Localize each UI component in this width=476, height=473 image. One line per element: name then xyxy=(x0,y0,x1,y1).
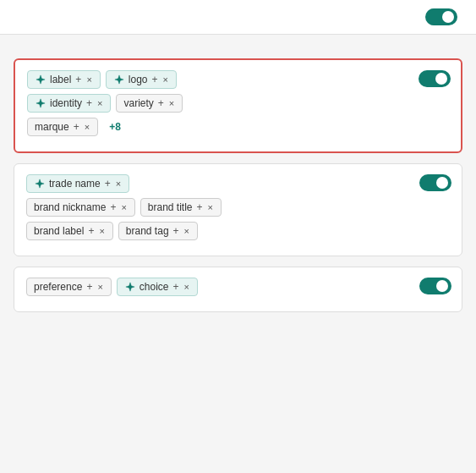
toggle-track[interactable] xyxy=(419,70,451,87)
tag-identity: identity + × xyxy=(27,94,111,113)
ai-icon xyxy=(35,74,47,85)
toggle-thumb xyxy=(436,177,448,189)
tag-label: variety xyxy=(123,97,153,109)
tag-plus[interactable]: + xyxy=(157,97,165,109)
tag-label: preference xyxy=(34,281,82,293)
tag-plus[interactable]: + xyxy=(109,201,117,213)
tag-plus[interactable]: + xyxy=(85,97,93,109)
tag-plus[interactable]: + xyxy=(87,225,95,237)
card-2-row-3: brand label + ×brand tag + × xyxy=(26,222,450,240)
tag-choice: choice + × xyxy=(117,278,198,296)
tag-close[interactable]: × xyxy=(85,74,92,85)
card-toggle-1[interactable] xyxy=(419,70,451,87)
tag-trade-name: trade name + × xyxy=(26,174,129,193)
tag-close[interactable]: × xyxy=(183,226,190,236)
ai-icon xyxy=(34,178,46,190)
tag-plus[interactable]: + xyxy=(172,225,180,237)
card-3: preference + × choice + × xyxy=(14,267,462,312)
tag-close[interactable]: × xyxy=(207,202,214,212)
tag-brand-nickname: brand nickname + × xyxy=(26,198,135,217)
tag-brand-title: brand title + × xyxy=(140,198,222,217)
tag-label: brand tag xyxy=(126,225,169,237)
top-toggle[interactable] xyxy=(425,8,462,25)
tag-plus[interactable]: + xyxy=(73,121,80,133)
tag-brand-label: brand label + × xyxy=(26,222,113,240)
tag-label: identity xyxy=(50,97,82,109)
more-badge[interactable]: +8 xyxy=(103,118,127,136)
tag-marque: marque + × xyxy=(27,118,98,136)
tag-close[interactable]: × xyxy=(168,98,175,108)
tag-plus[interactable]: + xyxy=(85,281,93,293)
toggle-track[interactable] xyxy=(419,174,451,191)
card-1-row-1: label + × logo + × xyxy=(27,70,449,89)
ai-icon xyxy=(35,97,47,109)
card-1: label + × logo + × identity + ×variety +… xyxy=(14,58,462,153)
tag-plus[interactable]: + xyxy=(104,178,112,190)
tag-label: trade name xyxy=(49,178,101,190)
tag-label: brand title xyxy=(148,201,193,213)
tag-label: label + × xyxy=(27,70,101,89)
tag-plus[interactable]: + xyxy=(74,74,82,85)
toggle-thumb xyxy=(442,11,454,23)
tag-close[interactable]: × xyxy=(115,179,122,189)
card-2: trade name + ×brand nickname + ×brand ti… xyxy=(14,163,462,256)
ai-icon xyxy=(124,281,136,293)
card-toggle-3[interactable] xyxy=(419,278,451,294)
tag-label: label xyxy=(50,74,71,85)
toggle-thumb xyxy=(435,73,447,85)
cards-container: label + × logo + × identity + ×variety +… xyxy=(14,58,462,312)
ai-icon xyxy=(113,74,125,85)
tag-logo: logo + × xyxy=(106,70,177,89)
tag-close[interactable]: × xyxy=(84,122,90,132)
tag-variety: variety + × xyxy=(116,94,183,113)
tag-plus[interactable]: + xyxy=(151,74,159,85)
toggle-thumb xyxy=(436,280,448,292)
toggle-track[interactable] xyxy=(425,8,457,25)
tag-close[interactable]: × xyxy=(98,226,105,236)
tag-plus[interactable]: + xyxy=(196,201,204,213)
suggestions-header xyxy=(14,45,462,48)
card-1-row-2: identity + ×variety + × xyxy=(27,94,449,113)
tag-close[interactable]: × xyxy=(183,282,190,292)
top-bar xyxy=(0,0,476,35)
tag-label: marque xyxy=(35,121,69,133)
card-2-row-1: trade name + × xyxy=(26,174,450,193)
main-content: label + × logo + × identity + ×variety +… xyxy=(0,35,476,333)
tag-label: choice xyxy=(140,281,169,293)
tag-label: brand label xyxy=(34,225,84,237)
tag-close[interactable]: × xyxy=(120,202,127,212)
tag-close[interactable]: × xyxy=(96,282,103,292)
tag-label: brand nickname xyxy=(34,201,106,213)
tag-plus[interactable]: + xyxy=(172,281,180,293)
card-1-row-3: marque + ×+8 xyxy=(27,118,449,136)
tag-close[interactable]: × xyxy=(162,74,169,85)
card-3-row-1: preference + × choice + × xyxy=(26,278,450,296)
card-toggle-2[interactable] xyxy=(419,174,451,191)
tag-label: logo xyxy=(129,74,148,85)
toggle-track[interactable] xyxy=(419,278,451,294)
tag-close[interactable]: × xyxy=(96,98,103,108)
card-2-row-2: brand nickname + ×brand title + × xyxy=(26,198,450,217)
tag-brand-tag: brand tag + × xyxy=(118,222,198,240)
tag-preference: preference + × xyxy=(26,278,112,296)
